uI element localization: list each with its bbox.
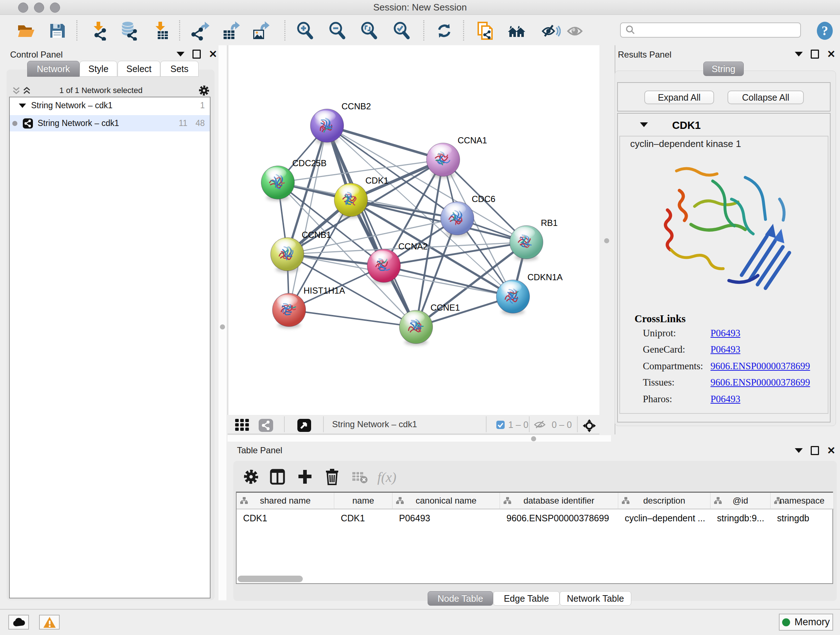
- cloud-status-button[interactable]: [8, 615, 29, 630]
- tab-network[interactable]: Network: [27, 61, 80, 77]
- table-gear-icon[interactable]: [243, 469, 259, 485]
- collapse-all-button[interactable]: Collapse All: [728, 90, 804, 104]
- column-header-description[interactable]: description: [618, 493, 711, 509]
- control-panel-float-icon[interactable]: [177, 52, 185, 57]
- crosslink-value-link[interactable]: P06493: [711, 344, 741, 355]
- table-cell[interactable]: CDK1: [243, 510, 333, 526]
- control-panel-maximize-icon[interactable]: [193, 50, 201, 59]
- copy-network-icon[interactable]: [475, 21, 495, 41]
- crosslink-value-link[interactable]: P06493: [711, 394, 741, 405]
- birdseye-grid-icon[interactable]: [235, 419, 250, 431]
- table-cell[interactable]: P06493: [399, 510, 499, 526]
- add-row-icon[interactable]: [298, 469, 312, 485]
- right-splitter[interactable]: [600, 45, 614, 434]
- warning-status-button[interactable]: [39, 615, 60, 630]
- tab-sets[interactable]: Sets: [160, 61, 199, 77]
- open-file-icon[interactable]: [16, 21, 36, 41]
- network-node-CDC6[interactable]: CDC6: [441, 194, 495, 237]
- protein-section-collapse-icon[interactable]: [640, 122, 648, 127]
- show-all-icon[interactable]: [565, 21, 585, 41]
- export-network-icon[interactable]: [189, 21, 210, 41]
- node-label-CDC6: CDC6: [472, 194, 495, 204]
- network-badge-icon[interactable]: [259, 419, 273, 432]
- network-node-CDKN1A[interactable]: CDKN1A: [496, 272, 562, 315]
- search-input[interactable]: [620, 22, 801, 38]
- memory-button[interactable]: Memory: [779, 614, 833, 631]
- crosslink-value-link[interactable]: P06493: [711, 328, 741, 339]
- network-collection-row[interactable]: String Network – cdk1 1: [10, 97, 210, 114]
- collapse-all-networks-icon[interactable]: [12, 86, 21, 95]
- network-edge[interactable]: [327, 126, 416, 327]
- network-edge[interactable]: [289, 310, 416, 327]
- toolbar-separator: [486, 416, 486, 432]
- save-session-icon[interactable]: [47, 21, 67, 41]
- node-label-CDK1: CDK1: [365, 176, 388, 185]
- results-panel-maximize-icon[interactable]: [811, 50, 819, 59]
- refresh-icon[interactable]: [434, 21, 454, 41]
- left-splitter-handle[interactable]: [220, 325, 225, 329]
- table-panel-close-icon[interactable]: ✕: [827, 447, 835, 454]
- zoom-fit-icon[interactable]: [359, 21, 379, 41]
- network-canvas[interactable]: CCNB2CCNA1CDC25BCDK1CDC6RB1CCNB1CCNA2CDK…: [227, 45, 600, 415]
- table-panel-maximize-icon[interactable]: [811, 446, 819, 455]
- tab-style[interactable]: Style: [80, 61, 117, 77]
- import-database-icon[interactable]: [118, 21, 139, 41]
- column-header-name[interactable]: name: [334, 493, 393, 509]
- open-in-window-icon[interactable]: [297, 419, 311, 432]
- network-options-gear-icon[interactable]: [199, 85, 210, 96]
- right-splitter-handle[interactable]: [604, 238, 609, 243]
- zoom-in-icon[interactable]: [295, 21, 315, 41]
- network-node-CCNA1[interactable]: CCNA1: [426, 135, 487, 178]
- expand-all-button[interactable]: Expand All: [644, 90, 714, 104]
- column-header-database-identifier[interactable]: database identifier: [500, 493, 618, 509]
- crosslink-value-link[interactable]: 9606.ENSP00000378699: [711, 377, 810, 388]
- status-bar-divider: [0, 609, 840, 610]
- tab-edge-table[interactable]: Edge Table: [493, 591, 560, 606]
- expand-all-networks-icon[interactable]: [22, 86, 31, 95]
- table-cell[interactable]: CDK1: [341, 510, 391, 526]
- network-edge[interactable]: [327, 126, 443, 160]
- tab-select[interactable]: Select: [118, 61, 160, 77]
- delete-column-icon[interactable]: [325, 469, 339, 485]
- left-splitter[interactable]: [218, 45, 226, 600]
- export-image-icon[interactable]: [250, 21, 270, 41]
- tab-string[interactable]: String: [703, 62, 744, 76]
- column-header-canonical-name[interactable]: canonical name: [393, 493, 500, 509]
- tab-network-table[interactable]: Network Table: [560, 591, 631, 606]
- network-node-HIST1H1A[interactable]: HIST1H1A: [272, 286, 345, 328]
- table-cell[interactable]: stringdb: [777, 510, 832, 526]
- import-table-icon[interactable]: [150, 21, 171, 41]
- import-network-icon[interactable]: [88, 21, 109, 41]
- column-header-shared-name[interactable]: shared name: [237, 493, 334, 509]
- table-cell[interactable]: cyclin–dependent ...: [625, 510, 709, 526]
- network-node-RB1[interactable]: RB1: [510, 218, 558, 261]
- network-edge[interactable]: [289, 126, 327, 310]
- export-table-icon[interactable]: [220, 21, 240, 41]
- fit-content-icon[interactable]: [583, 419, 596, 432]
- zoom-selected-icon[interactable]: [392, 21, 412, 41]
- add-column-icon[interactable]: [270, 469, 286, 485]
- home-network-icon[interactable]: [507, 21, 527, 41]
- network-edge[interactable]: [351, 200, 526, 242]
- control-panel-close-icon[interactable]: ✕: [209, 51, 217, 58]
- table-cell[interactable]: 9606.ENSP00000378699: [507, 510, 617, 526]
- selected-checkbox-icon[interactable]: [496, 421, 505, 429]
- network-row[interactable]: String Network – cdk1 11 48: [10, 115, 210, 131]
- horizontal-splitter[interactable]: [227, 435, 611, 442]
- memory-label: Memory: [794, 616, 830, 628]
- column-header-namespace[interactable]: namespace: [771, 493, 834, 509]
- help-icon[interactable]: ?: [815, 21, 835, 41]
- table-hscrollbar[interactable]: [238, 576, 303, 582]
- hide-selected-icon[interactable]: [541, 21, 561, 41]
- collection-expand-icon[interactable]: [19, 103, 26, 108]
- tab-node-table[interactable]: Node Table: [428, 591, 493, 606]
- table-panel-float-icon[interactable]: [795, 448, 803, 453]
- results-panel-close-icon[interactable]: ✕: [827, 51, 835, 58]
- zoom-out-icon[interactable]: [327, 21, 347, 41]
- table-cell[interactable]: stringdb:9...: [717, 510, 769, 526]
- node-label-CCNE1: CCNE1: [431, 302, 460, 312]
- horizontal-splitter-handle[interactable]: [531, 436, 536, 441]
- column-header-@id[interactable]: @id: [711, 493, 771, 509]
- crosslink-value-link[interactable]: 9606.ENSP00000378699: [711, 361, 810, 372]
- results-panel-float-icon[interactable]: [795, 52, 803, 57]
